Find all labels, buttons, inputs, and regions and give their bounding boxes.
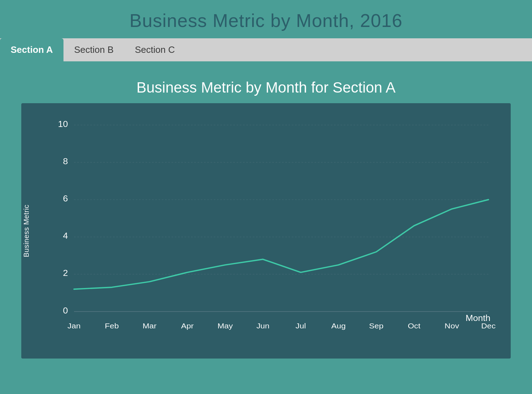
svg-text:0: 0	[63, 306, 68, 315]
svg-text:10: 10	[58, 120, 68, 129]
page-title: Business Metric by Month, 2016	[0, 10, 532, 31]
tab-section-b-label: Section B	[74, 44, 113, 55]
chart-container: Business Metric 0 2 4 6 8 10	[21, 103, 511, 359]
y-axis-label: Business Metric	[22, 205, 31, 257]
tab-section-a-label: Section A	[11, 44, 53, 55]
tabs-bar: Section A Section B Section C	[0, 38, 532, 61]
svg-text:Sep: Sep	[369, 322, 384, 330]
svg-text:Feb: Feb	[105, 322, 119, 330]
chart-svg: 0 2 4 6 8 10 Month Jan Feb Mar Apr May J…	[50, 114, 497, 330]
tab-section-a[interactable]: Section A	[0, 38, 63, 61]
svg-text:Nov: Nov	[445, 322, 459, 330]
content-area: Business Metric by Month for Section A B…	[0, 61, 532, 380]
tab-section-b[interactable]: Section B	[63, 38, 124, 61]
page-wrapper: Business Metric by Month, 2016 Section A…	[0, 0, 532, 380]
tab-section-c[interactable]: Section C	[124, 38, 185, 61]
tab-section-c-label: Section C	[135, 44, 175, 55]
svg-text:May: May	[217, 322, 233, 330]
chart-title: Business Metric by Month for Section A	[21, 72, 511, 96]
svg-text:Jul: Jul	[295, 322, 306, 330]
svg-text:Jan: Jan	[67, 322, 81, 330]
page-header: Business Metric by Month, 2016	[0, 0, 532, 38]
svg-text:Oct: Oct	[408, 322, 421, 330]
svg-text:Apr: Apr	[181, 322, 194, 330]
svg-text:Jun: Jun	[256, 322, 270, 330]
svg-text:4: 4	[63, 231, 68, 240]
svg-text:2: 2	[63, 268, 68, 278]
svg-text:Aug: Aug	[331, 322, 346, 330]
svg-text:Mar: Mar	[143, 322, 156, 330]
svg-text:Dec: Dec	[481, 322, 496, 330]
svg-text:8: 8	[63, 157, 68, 166]
svg-text:6: 6	[63, 194, 68, 203]
